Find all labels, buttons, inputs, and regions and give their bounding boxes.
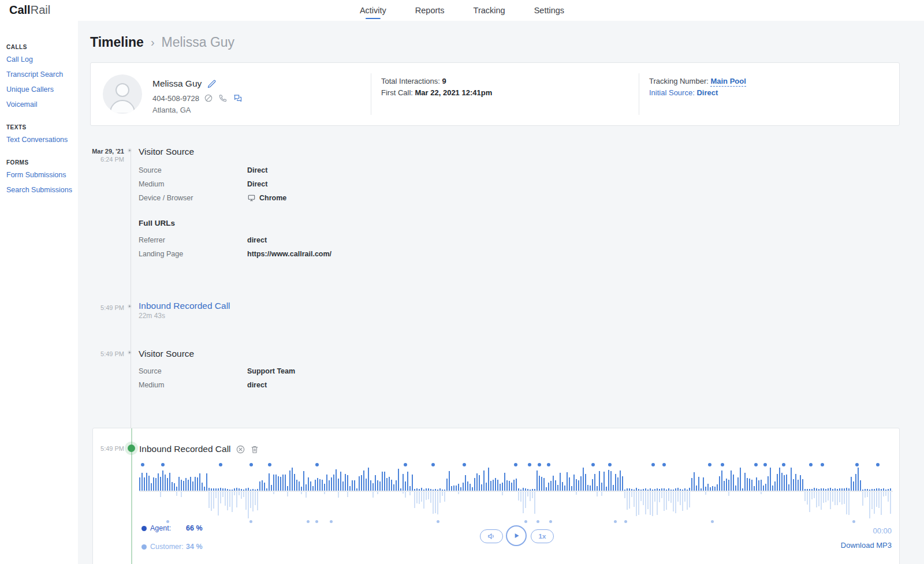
tag-icon[interactable] [236,445,245,454]
nav-reports[interactable]: Reports [414,3,446,17]
sidebar-item-search-submissions[interactable]: Search Submissions [6,186,73,194]
sidebar-item-transcript-search[interactable]: Transcript Search [6,70,73,79]
sidebar-item-voicemail[interactable]: Voicemail [6,100,73,109]
waveform[interactable] [139,461,893,525]
block-icon[interactable] [204,94,214,103]
waveform-marker-dot [538,463,541,466]
first-call-label: First Call: [381,88,413,97]
phone-icon[interactable] [218,94,228,103]
timeline-dot [128,304,132,308]
timeline-dot [128,350,132,354]
sidebar-section-texts: TEXTSText Conversations [6,124,73,144]
nav-tracking[interactable]: Tracking [472,3,506,17]
timeline-timestamp: 5:49 PM [78,350,124,358]
detail-row: Landing Pagehttps://www.callrail.com/ [139,247,543,261]
waveform-marker-dot [721,463,724,466]
first-call-value: Mar 22, 2021 12:41pm [415,88,493,97]
waveform-top-markers [139,461,893,468]
entry-title: Visitor Source [139,348,194,360]
customer-dot-icon [141,544,147,550]
app-root: CallRail ActivityReportsTrackingSettings… [0,0,924,564]
edit-icon[interactable] [207,79,217,89]
download-mp3-link[interactable]: Download MP3 [841,541,892,550]
timestamp-date: Mar 29, '21 [78,147,124,155]
tracking-number-label: Tracking Number: [649,77,709,85]
waveform-marker-dot [608,463,612,466]
contact-card: Melissa Guy 404-508-9728 [90,62,900,126]
sidebar-item-form-submissions[interactable]: Form Submissions [6,171,73,179]
divider [639,73,639,115]
waveform-marker-dot [249,463,253,466]
waveform-marker-dot [330,520,333,523]
timeline-dot [128,148,132,152]
sidebar-item-call-log[interactable]: Call Log [6,55,73,64]
waveform-marker-dot [141,463,144,466]
elapsed-time: 00:00 [873,526,892,535]
total-interactions-value: 9 [442,77,446,85]
breadcrumb-current: Melissa Guy [162,35,235,50]
sms-icon[interactable] [233,94,243,103]
app-logo[interactable]: CallRail [9,3,50,17]
sidebar-section-title: FORMS [6,159,73,166]
speed-label: 1x [539,533,546,540]
detail-label: Device / Browser [139,194,247,202]
detail-row: Mediumdirect [139,378,543,392]
top-bar: CallRail ActivityReportsTrackingSettings [0,0,924,21]
customer-talk-percent: 34 % [186,543,203,551]
waveform-marker-dot [876,463,880,466]
legend-customer: Customer: 34 % [141,543,203,551]
timeline-timestamp: 5:49 PM [78,304,124,312]
nav-settings[interactable]: Settings [533,3,565,17]
inbound-call-link[interactable]: Inbound Recorded Call [139,300,230,312]
waveform-marker-dot [463,463,466,466]
waveform-marker-dot [431,463,435,466]
detail-value: Direct [247,180,267,188]
logo-bold: Call [9,3,31,16]
detail-row: MediumDirect [139,177,543,191]
initial-source-label: Initial Source: [649,88,695,97]
waveform-marker-dot [855,463,859,466]
timestamp-time: 5:49 PM [93,445,124,452]
waveform-marker-dot [166,520,169,523]
sidebar-item-text-conversations[interactable]: Text Conversations [6,136,73,144]
waveform-marker-dot [821,463,824,466]
monitor-icon [247,194,256,202]
detail-value: Direct [247,166,267,174]
waveform-marker-dot [514,463,517,466]
contact-stats: Total Interactions: 9 First Call: Mar 22… [381,76,492,99]
main-content: Timeline › Melissa Guy Melissa Guy [78,21,924,564]
volume-icon [486,531,497,541]
nav-activity[interactable]: Activity [359,3,388,17]
detail-row: Device / BrowserChrome [139,191,543,205]
breadcrumb: Timeline › Melissa Guy [90,35,234,50]
main-nav: ActivityReportsTrackingSettings [359,0,565,21]
play-icon [512,531,521,540]
full-urls-heading: Full URLs [139,218,175,229]
waveform-marker-dot [547,463,550,466]
waveform-agent-bars [139,468,893,491]
detail-value: direct [247,381,267,389]
breadcrumb-root[interactable]: Timeline [90,35,144,50]
play-button[interactable] [506,525,527,546]
waveform-marker-dot [662,463,666,466]
contact-phone: 404-508-9728 [152,94,199,103]
speed-button[interactable]: 1x [531,529,554,543]
trash-icon[interactable] [250,445,260,454]
waveform-marker-dot [711,520,714,523]
timestamp-time: 6:24 PM [78,155,124,163]
agent-label: Agent: [150,524,186,532]
detail-row: SourceSupport Team [139,364,543,378]
waveform-marker-dot [763,463,767,466]
legend-agent: Agent: 66 % [141,524,203,532]
visitor-source-rows: SourceSupport TeamMediumdirect [139,364,543,392]
volume-button[interactable] [480,529,503,543]
sidebar-item-unique-callers[interactable]: Unique Callers [6,85,73,94]
detail-label: Source [139,367,247,375]
timeline-line [131,149,131,428]
detail-label: Referrer [139,236,247,244]
waveform-marker-dot [651,463,655,466]
detail-row: Referrerdirect [139,233,543,247]
sidebar: CALLSCall LogTranscript SearchUnique Cal… [0,21,78,564]
waveform-marker-dot [315,520,318,523]
tracking-number-link[interactable]: Main Pool [710,77,746,87]
